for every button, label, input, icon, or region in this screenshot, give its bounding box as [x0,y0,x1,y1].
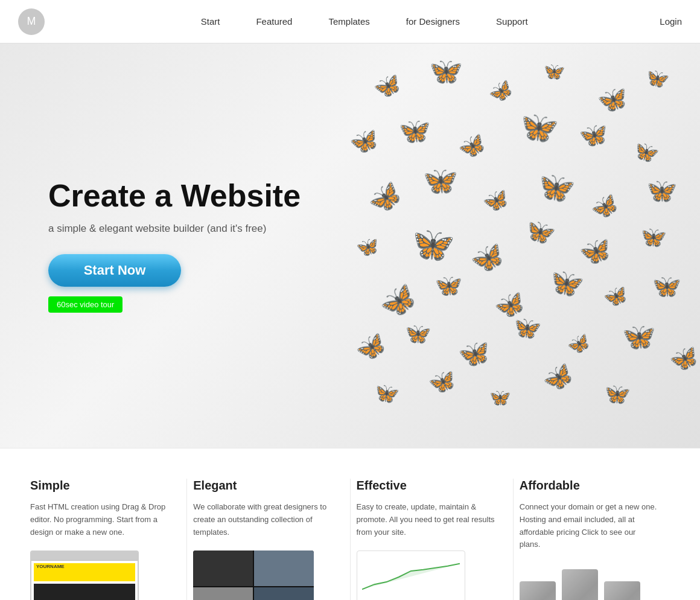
butterfly-icon: 🦋 [371,378,401,408]
collage-cell-4 [254,587,314,600]
butterfly-icon: 🦋 [362,176,407,220]
feature-simple-title: Simple [30,479,168,493]
mockup-yourname-label: YOURNAME [36,564,65,569]
video-tour-button[interactable]: 60sec video tour [48,296,122,313]
nav-link-support[interactable]: Support [496,16,528,27]
butterfly-icon: 🦋 [374,278,423,325]
hero-title: Create a Website [48,179,301,213]
nav-link-featured[interactable]: Featured [256,16,292,27]
butterfly-icon: 🦋 [454,129,490,164]
server-box-1 [520,581,556,600]
chart-svg [362,556,460,598]
feature-affordable: Affordable Connect your domain or get a … [514,479,676,600]
collage-cell-2 [254,551,314,586]
logo[interactable]: M [18,8,45,35]
butterfly-icon: 🦋 [347,125,381,158]
butterfly-icon: 🦋 [600,378,631,409]
butterfly-icon: 🦋 [406,219,458,270]
butterfly-icon: 🦋 [487,386,511,409]
feature-affordable-mockup [520,563,658,600]
butterfly-icon: 🦋 [587,190,623,225]
feature-effective: Effective Easy to create, update, mainta… [351,479,514,600]
butterfly-icon: 🦋 [576,234,613,269]
butterfly-icon: 🦋 [637,222,667,252]
nav-links: Start Featured Templates for Designers S… [201,16,528,27]
feature-elegant-mockup [193,551,314,600]
butterfly-icon: 🦋 [643,173,679,207]
hero-content: Create a Website a simple & elegant webs… [0,179,301,313]
butterfly-icon: 🦋 [371,70,405,103]
butterfly-icon: 🦋 [480,185,511,215]
hero-section: Create a Website a simple & elegant webs… [0,43,700,448]
butterfly-icon: 🦋 [520,214,558,251]
hero-subtitle: a simple & elegant website builder (and … [48,223,301,235]
butterfly-icon: 🦋 [397,115,431,147]
butterfly-icon: 🦋 [650,270,682,301]
butterfly-icon: 🦋 [421,162,459,199]
collage-cell-3 [193,587,253,600]
butterfly-icon: 🦋 [578,121,609,150]
butterfly-icon: 🦋 [466,238,508,279]
butterfly-icon: 🦋 [629,136,662,168]
butterfly-icon: 🦋 [601,282,631,311]
butterfly-icon: 🦋 [426,53,464,90]
butterfly-icon: 🦋 [514,104,561,150]
feature-simple-desc: Fast HTML creation using Drag & Drop edi… [30,501,168,538]
nav-login[interactable]: Login [660,16,682,27]
butterfly-icon: 🦋 [351,328,391,367]
butterfly-icon: 🦋 [538,358,579,398]
butterfly-icon: 🦋 [564,330,593,358]
feature-elegant: Elegant We collaborate with great design… [187,479,350,600]
feature-simple: Simple Fast HTML creation using Drag & D… [24,479,187,600]
nav-link-templates[interactable]: Templates [328,16,369,27]
feature-effective-mockup: Visits Pages [357,551,465,600]
butterfly-icon: 🦋 [485,75,517,107]
server-box-3 [604,581,640,600]
feature-affordable-desc: Connect your domain or get a new one. Ho… [520,501,658,551]
logo-char: M [27,15,36,28]
features-section: Simple Fast HTML creation using Drag & D… [0,448,700,600]
server-box-2 [562,569,598,600]
butterfly-icon: 🦋 [402,319,432,348]
feature-simple-mockup: YOURNAME [30,551,139,600]
butterfly-icon: 🦋 [595,83,629,116]
butterfly-icon: 🦋 [532,165,579,209]
start-now-button[interactable]: Start Now [48,254,181,287]
feature-effective-title: Effective [357,479,495,493]
feature-elegant-title: Elegant [193,479,331,493]
feature-affordable-title: Affordable [520,479,658,493]
feature-effective-desc: Easy to create, update, maintain & promo… [357,501,495,538]
butterfly-icon: 🦋 [666,342,700,375]
butterfly-icon: 🦋 [457,337,492,371]
butterfly-area: 🦋🦋🦋🦋🦋🦋🦋🦋🦋🦋🦋🦋🦋🦋🦋🦋🦋🦋🦋🦋🦋🦋🦋🦋🦋🦋🦋🦋🦋🦋🦋🦋🦋🦋🦋🦋🦋🦋🦋🦋… [338,43,700,448]
butterfly-icon: 🦋 [544,261,587,304]
butterfly-icon: 🦋 [426,366,459,398]
navbar: M Start Featured Templates for Designers… [0,0,700,43]
butterfly-icon: 🦋 [541,59,566,84]
butterfly-icon: 🦋 [620,319,656,354]
butterfly-icon: 🦋 [642,64,671,92]
collage-cell-1 [193,551,253,586]
nav-link-start[interactable]: Start [201,16,220,27]
butterfly-icon: 🦋 [355,235,380,260]
butterfly-icon: 🦋 [433,272,463,299]
nav-link-for-designers[interactable]: for Designers [406,16,460,27]
feature-elegant-desc: We collaborate with great designers to c… [193,501,331,538]
